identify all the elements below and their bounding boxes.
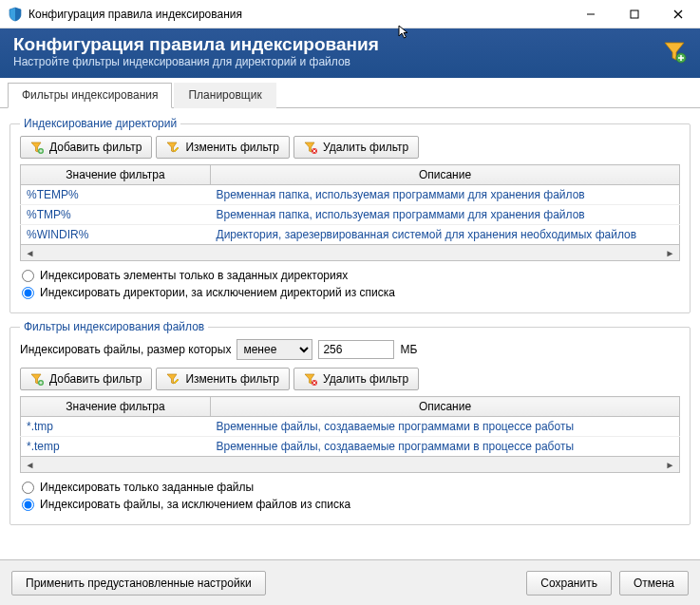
cell-desc: Временные файлы, создаваемые программами…: [211, 417, 680, 437]
button-label: Добавить фильтр: [49, 372, 142, 386]
file-horizontal-scrollbar[interactable]: ◄ ►: [20, 457, 680, 473]
tab-filters[interactable]: Фильтры индексирования: [8, 83, 172, 108]
dir-horizontal-scrollbar[interactable]: ◄ ►: [20, 245, 680, 261]
tabstrip: Фильтры индексирования Планировщик: [0, 82, 700, 108]
size-unit-label: МБ: [400, 343, 417, 356]
radio-label: Индексировать директории, за исключением…: [40, 286, 395, 299]
edit-filter-button[interactable]: Изменить фильтр: [156, 136, 290, 159]
cell-value: *.temp: [21, 437, 211, 457]
tab-label: Фильтры индексирования: [22, 88, 158, 102]
cell-value: %TMP%: [21, 205, 211, 225]
dir-toolbar: Добавить фильтр Изменить фильтр Удалить …: [20, 136, 680, 159]
scroll-left-icon[interactable]: ◄: [23, 460, 37, 470]
column-header-value[interactable]: Значение фильтра: [21, 397, 211, 417]
size-operator-select[interactable]: менее: [236, 339, 312, 360]
funnel-add-icon: [662, 39, 687, 64]
funnel-plus-icon: [30, 141, 44, 154]
group-legend: Индексирование директорий: [20, 117, 180, 130]
group-files: Фильтры индексирования файлов Индексиров…: [9, 327, 691, 525]
button-label: Отмена: [634, 577, 674, 590]
group-legend: Фильтры индексирования файлов: [20, 320, 208, 333]
table-row[interactable]: %TEMP% Временная папка, используемая про…: [21, 185, 680, 205]
maximize-button[interactable]: [613, 0, 656, 28]
button-label: Удалить фильтр: [323, 372, 408, 386]
close-button[interactable]: [656, 0, 700, 28]
radio-label: Индексировать только заданные файлы: [40, 481, 254, 494]
column-header-value[interactable]: Значение фильтра: [21, 165, 211, 185]
footer: Применить предустановленные настройки Со…: [0, 559, 700, 605]
cell-value: *.tmp: [21, 417, 211, 437]
button-label: Применить предустановленные настройки: [26, 577, 252, 590]
close-icon: [673, 9, 683, 19]
window-title: Конфигурация правила индексирования: [28, 8, 242, 21]
button-label: Сохранить: [540, 577, 597, 590]
funnel-edit-icon: [166, 141, 180, 154]
dir-filter-table[interactable]: Значение фильтра Описание %TEMP% Временн…: [20, 164, 680, 245]
table-row[interactable]: *.tmp Временные файлы, создаваемые прогр…: [21, 417, 680, 437]
maximize-icon: [630, 9, 639, 19]
button-label: Изменить фильтр: [185, 372, 279, 386]
cell-desc: Временные файлы, создаваемые программами…: [211, 437, 680, 457]
funnel-plus-icon: [30, 372, 44, 386]
button-label: Добавить фильтр: [49, 141, 142, 154]
file-toolbar: Добавить фильтр Изменить фильтр Удалить …: [20, 368, 680, 390]
scroll-right-icon[interactable]: ►: [663, 248, 677, 258]
button-label: Изменить фильтр: [185, 141, 279, 154]
cell-desc: Временная папка, используемая программам…: [211, 205, 680, 225]
cancel-button[interactable]: Отмена: [619, 571, 689, 596]
minimize-icon: [586, 9, 596, 19]
cell-desc: Директория, зарезервированная системой д…: [211, 225, 680, 245]
add-filter-button[interactable]: Добавить фильтр: [20, 136, 152, 159]
funnel-delete-icon: [304, 372, 317, 386]
tab-scheduler[interactable]: Планировщик: [174, 83, 275, 108]
file-filter-table[interactable]: Значение фильтра Описание *.tmp Временны…: [20, 396, 680, 457]
table-row[interactable]: %TMP% Временная папка, используемая прог…: [21, 205, 680, 225]
page-subtitle: Настройте фильтры индексирования для дир…: [13, 55, 662, 68]
add-filter-button[interactable]: Добавить фильтр: [20, 368, 152, 390]
radio-index-only-listed-dirs[interactable]: Индексировать элементы только в заданных…: [22, 269, 678, 282]
radio-input[interactable]: [22, 287, 34, 299]
radio-input[interactable]: [22, 270, 34, 282]
save-button[interactable]: Сохранить: [526, 571, 612, 596]
size-value-input[interactable]: [318, 340, 394, 359]
app-shield-icon: [8, 7, 23, 22]
edit-filter-button[interactable]: Изменить фильтр: [156, 368, 290, 390]
apply-presets-button[interactable]: Применить предустановленные настройки: [11, 571, 266, 596]
table-row[interactable]: *.temp Временные файлы, создаваемые прог…: [21, 437, 680, 457]
funnel-delete-icon: [304, 141, 317, 154]
minimize-button[interactable]: [569, 0, 613, 28]
tab-label: Планировщик: [188, 88, 261, 102]
radio-index-except-listed-dirs[interactable]: Индексировать директории, за исключением…: [22, 286, 678, 299]
titlebar: Конфигурация правила индексирования: [0, 0, 700, 28]
group-directories: Индексирование директорий Добавить фильт…: [9, 123, 691, 313]
radio-label: Индексировать элементы только в заданных…: [40, 269, 348, 282]
column-header-desc[interactable]: Описание: [211, 165, 680, 185]
radio-index-only-listed-files[interactable]: Индексировать только заданные файлы: [22, 481, 678, 494]
cell-value: %TEMP%: [21, 185, 211, 205]
header-banner: Конфигурация правила индексирования Наст…: [0, 28, 700, 78]
funnel-edit-icon: [166, 372, 180, 386]
delete-filter-button[interactable]: Удалить фильтр: [293, 136, 419, 159]
table-row[interactable]: %WINDIR% Директория, зарезервированная с…: [21, 225, 680, 245]
size-filter-label: Индексировать файлы, размер которых: [20, 343, 231, 356]
scroll-left-icon[interactable]: ◄: [23, 248, 37, 258]
column-header-desc[interactable]: Описание: [211, 397, 680, 417]
button-label: Удалить фильтр: [323, 141, 408, 154]
radio-label: Индексировать файлы, за исключением файл…: [40, 498, 350, 511]
delete-filter-button[interactable]: Удалить фильтр: [293, 368, 419, 390]
radio-input[interactable]: [22, 499, 34, 511]
radio-input[interactable]: [22, 482, 34, 494]
page-title: Конфигурация правила индексирования: [13, 34, 662, 55]
cell-value: %WINDIR%: [21, 225, 211, 245]
scroll-right-icon[interactable]: ►: [663, 460, 677, 470]
radio-index-except-listed-files[interactable]: Индексировать файлы, за исключением файл…: [22, 498, 678, 511]
cell-desc: Временная папка, используемая программам…: [211, 185, 680, 205]
svg-rect-1: [631, 10, 638, 18]
